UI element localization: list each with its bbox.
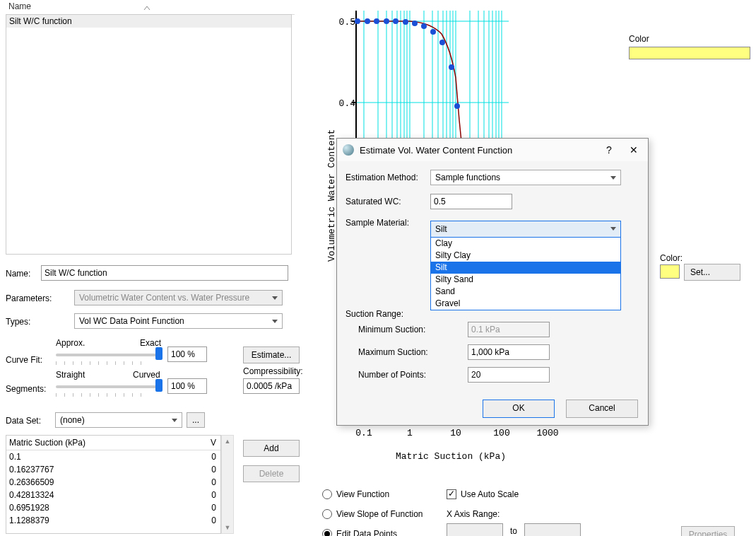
chart-y-axis-label: Volumetric Water Content <box>326 129 337 262</box>
cell-v: 0 <box>185 501 220 514</box>
svg-point-33 <box>374 18 379 24</box>
curvefit-value[interactable] <box>167 346 207 362</box>
x-tick-0: 0.1 <box>350 428 378 438</box>
x-range-label: X Axis Range: <box>447 509 500 519</box>
view-function-radio[interactable] <box>322 489 332 499</box>
svg-point-39 <box>430 29 436 35</box>
table-row[interactable]: 1.12883790 <box>6 514 220 527</box>
view-slope-radio[interactable] <box>322 509 332 519</box>
svg-point-32 <box>365 18 370 24</box>
ok-button[interactable]: OK <box>483 400 555 418</box>
delete-button[interactable]: Delete <box>243 465 300 482</box>
cell-v: 0 <box>185 450 220 463</box>
saturated-wc-input[interactable] <box>430 194 512 209</box>
dialog-help-icon[interactable]: ? <box>598 144 620 156</box>
x-range-max[interactable] <box>524 523 581 536</box>
num-points-label: Number of Points: <box>345 370 454 380</box>
parameters-combo[interactable]: Volumetric Water Content vs. Water Press… <box>74 290 283 305</box>
scroll-down-icon[interactable]: ▼ <box>222 522 233 533</box>
cell-suction: 0.6951928 <box>6 501 185 514</box>
edit-points-radio[interactable] <box>322 529 332 536</box>
view-slope-label: View Slope of Function <box>336 509 423 519</box>
max-suction-label: Maximum Suction: <box>345 347 454 357</box>
chart-x-axis-label: Matric Suction (kPa) <box>396 451 506 462</box>
exact-label: Exact <box>140 338 161 348</box>
svg-point-36 <box>403 19 408 25</box>
cell-v: 0 <box>185 514 220 527</box>
dropdown-option[interactable]: Silty Sand <box>431 274 620 286</box>
table-row[interactable]: 0.69519280 <box>6 501 220 514</box>
saturated-wc-label: Saturated WC: <box>345 197 430 206</box>
data-table[interactable]: Matric Suction (kPa) V 0.100.1623776700.… <box>6 435 221 534</box>
properties-button[interactable]: Properties <box>681 526 735 536</box>
list-item[interactable]: Silt W/C function <box>6 15 291 28</box>
svg-point-31 <box>355 18 360 24</box>
color-swatch-main[interactable] <box>629 47 750 59</box>
segments-slider-ticks <box>56 389 169 393</box>
function-list-header[interactable]: Name <box>6 0 295 15</box>
x-tick-3: 100 <box>488 428 516 438</box>
curvefit-slider[interactable] <box>56 354 162 356</box>
estimation-method-label: Estimation Method: <box>345 173 430 182</box>
set-color-button[interactable]: Set... <box>684 264 740 281</box>
dropdown-option[interactable]: Silt <box>431 262 620 274</box>
table-row[interactable]: 0.428133240 <box>6 489 220 501</box>
types-combo[interactable]: Vol WC Data Point Function <box>74 313 283 329</box>
dialog-title: Estimate Vol. Water Content Function <box>360 145 598 156</box>
svg-point-38 <box>421 23 427 29</box>
dropdown-option[interactable]: Gravel <box>431 298 620 310</box>
dropdown-option[interactable]: Clay <box>431 238 620 250</box>
add-button[interactable]: Add <box>243 440 300 457</box>
table-scrollbar[interactable]: ▲ ▼ <box>221 435 234 534</box>
x-range-min[interactable] <box>447 523 503 536</box>
sample-material-label: Sample Material: <box>345 218 430 228</box>
cell-suction: 0.42813324 <box>6 489 185 501</box>
table-row[interactable]: 0.263665090 <box>6 476 220 489</box>
scroll-up-icon[interactable]: ▲ <box>222 436 233 447</box>
x-tick-2: 10 <box>442 428 470 438</box>
dropdown-option[interactable]: Silty Clay <box>431 250 620 262</box>
left-panel: Name Silt W/C function Name: Parameters:… <box>0 0 304 536</box>
auto-scale-checkbox[interactable] <box>447 489 456 499</box>
curvefit-slider-thumb[interactable] <box>155 347 163 360</box>
curved-label: Curved <box>133 370 160 380</box>
segments-slider[interactable] <box>56 385 162 388</box>
sample-material-dropdown[interactable]: Silt ClaySilty ClaySiltSilty SandSandGra… <box>430 221 621 310</box>
dialog-close-icon[interactable]: ✕ <box>620 144 648 156</box>
dataset-browse-button[interactable]: ... <box>187 412 205 428</box>
types-label: Types: <box>6 317 30 327</box>
num-points-input[interactable] <box>468 367 550 383</box>
svg-point-37 <box>412 21 418 26</box>
dialog-titlebar[interactable]: Estimate Vol. Water Content Function ? ✕ <box>337 139 648 161</box>
name-label: Name: <box>6 269 30 279</box>
to-label: to <box>510 526 517 536</box>
cancel-button[interactable]: Cancel <box>566 400 638 418</box>
curvefit-slider-ticks <box>56 357 169 361</box>
compressibility-input[interactable] <box>243 378 300 394</box>
column-matric-suction[interactable]: Matric Suction (kPa) <box>6 436 185 450</box>
curvefit-label: Curve Fit: <box>6 355 42 365</box>
table-row[interactable]: 0.162377670 <box>6 463 220 476</box>
table-row[interactable]: 0.10 <box>6 450 220 463</box>
function-list[interactable]: Silt W/C function <box>6 14 292 255</box>
x-tick-4: 1000 <box>533 428 562 438</box>
dataset-combo[interactable]: (none) <box>55 412 182 428</box>
cell-v: 0 <box>185 476 220 489</box>
name-input[interactable] <box>41 265 288 281</box>
dropdown-option[interactable]: Sand <box>431 286 620 298</box>
max-suction-input[interactable] <box>468 344 550 360</box>
sample-material-selected[interactable]: Silt <box>431 221 620 237</box>
min-suction-label: Minimum Suction: <box>345 325 454 334</box>
column-v[interactable]: V <box>185 436 220 450</box>
segments-slider-thumb[interactable] <box>155 379 163 392</box>
cell-suction: 0.16237767 <box>6 463 185 476</box>
estimate-button[interactable]: Estimate... <box>243 346 300 363</box>
color-swatch-small[interactable] <box>660 264 680 279</box>
y-tick-04: 0.4 <box>334 98 355 109</box>
segments-value[interactable] <box>167 378 207 394</box>
edit-points-label: Edit Data Points <box>336 529 397 536</box>
cell-suction: 0.1 <box>6 450 185 463</box>
estimation-method-combo[interactable]: Sample functions <box>430 170 621 185</box>
min-suction-input[interactable] <box>468 322 550 337</box>
suction-range-label: Suction Range: <box>345 309 403 319</box>
